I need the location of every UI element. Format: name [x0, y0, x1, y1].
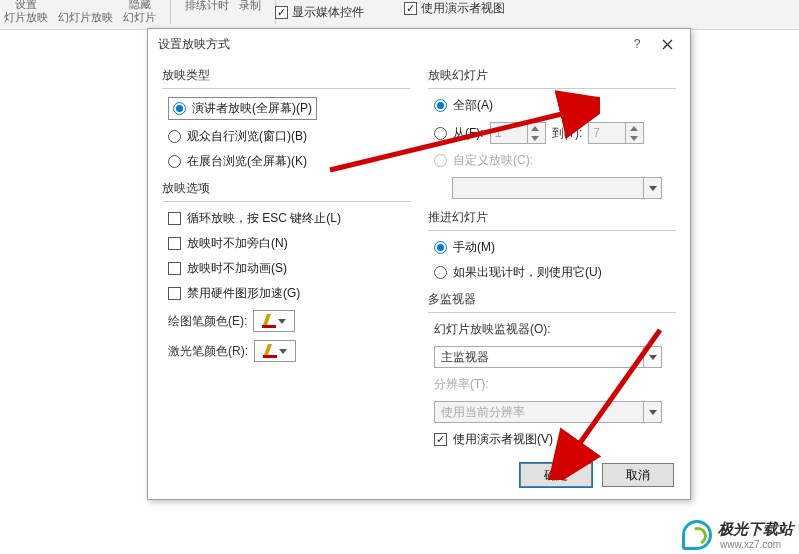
show-media-label: 显示媒体控件: [292, 4, 364, 21]
radio-kiosk[interactable]: 在展台浏览(全屏幕)(K): [168, 153, 410, 170]
help-button[interactable]: ?: [622, 30, 652, 58]
ribbon-item[interactable]: 隐藏: [129, 0, 151, 11]
radio-custom-label: 自定义放映(C):: [453, 152, 533, 169]
laser-color-picker[interactable]: [254, 340, 296, 362]
logo-icon: [682, 520, 712, 550]
presenter-view-label: 使用演示者视图: [421, 0, 505, 17]
show-media-checkbox[interactable]: [275, 6, 288, 19]
advance-title: 推进幻灯片: [428, 209, 676, 226]
from-input[interactable]: [491, 124, 527, 142]
resolution-select: 使用当前分辨率: [434, 401, 662, 423]
to-label: 到(T):: [552, 125, 583, 142]
setup-show-dialog: 设置放映方式 ? 放映类型 演讲者放映(全屏幕)(P) 观众自行浏览(窗口)(B…: [147, 28, 691, 500]
dialog-title: 设置放映方式: [156, 36, 622, 53]
watermark-url: www.xz7.com: [720, 539, 793, 550]
ribbon-item[interactable]: 排练计时: [185, 0, 229, 24]
radio-all-slides[interactable]: 全部(A): [434, 97, 676, 114]
radio-manual[interactable]: 手动(M): [434, 239, 676, 256]
from-spinner[interactable]: [490, 122, 546, 144]
radio-timings[interactable]: 如果出现计时，则使用它(U): [434, 264, 676, 281]
pen-color-label: 绘图笔颜色(E):: [168, 313, 247, 330]
check-presenter-view[interactable]: 使用演示者视图(V): [434, 431, 676, 448]
ribbon-item[interactable]: 录制: [239, 0, 261, 24]
check-no-narration[interactable]: 放映时不加旁白(N): [168, 235, 410, 252]
monitor-label: 幻灯片放映监视器(O):: [434, 321, 676, 338]
show-type-title: 放映类型: [162, 67, 410, 84]
custom-show-select: [452, 177, 662, 199]
to-spinner[interactable]: [588, 122, 644, 144]
chevron-down-icon: [643, 178, 661, 198]
radio-kiosk-label: 在展台浏览(全屏幕)(K): [187, 153, 307, 170]
pen-icon: [262, 314, 276, 328]
check-disable-hw[interactable]: 禁用硬件图形加速(G): [168, 285, 410, 302]
ribbon-item[interactable]: 灯片放映: [4, 11, 48, 24]
presenter-view-checkbox[interactable]: [404, 2, 417, 15]
monitor-value: 主监视器: [435, 349, 643, 366]
to-input[interactable]: [589, 124, 625, 142]
check-loop[interactable]: 循环放映，按 ESC 键终止(L): [168, 210, 410, 227]
radio-from[interactable]: 从(F):: [434, 125, 484, 142]
cancel-button[interactable]: 取消: [602, 463, 674, 487]
check-no-animation[interactable]: 放映时不加动画(S): [168, 260, 410, 277]
ok-button[interactable]: 确定: [520, 463, 592, 487]
show-slides-title: 放映幻灯片: [428, 67, 676, 84]
radio-manual-label: 手动(M): [453, 239, 495, 256]
radio-browsed-individual[interactable]: 观众自行浏览(窗口)(B): [168, 128, 410, 145]
radio-custom-show: 自定义放映(C):: [434, 152, 676, 169]
monitor-select[interactable]: 主监视器: [434, 346, 662, 368]
laser-color-label: 激光笔颜色(R):: [168, 343, 248, 360]
chevron-down-icon[interactable]: [643, 347, 661, 367]
radio-browsed-label: 观众自行浏览(窗口)(B): [187, 128, 307, 145]
pen-icon: [263, 344, 277, 358]
watermark: 极光下载站 www.xz7.com: [682, 520, 793, 550]
close-button[interactable]: [652, 30, 682, 58]
multi-monitor-title: 多监视器: [428, 291, 676, 308]
radio-timings-label: 如果出现计时，则使用它(U): [453, 264, 602, 281]
show-options-title: 放映选项: [162, 180, 410, 197]
watermark-name: 极光下载站: [718, 520, 793, 539]
chevron-down-icon: [643, 402, 661, 422]
ribbon-item[interactable]: 幻灯片: [123, 11, 156, 24]
radio-all-label: 全部(A): [453, 97, 493, 114]
ribbon-item[interactable]: 幻灯片放映: [58, 11, 113, 24]
pen-color-picker[interactable]: [253, 310, 295, 332]
ribbon-item[interactable]: 设置: [15, 0, 37, 11]
radio-presenter-label: 演讲者放映(全屏幕)(P): [192, 100, 312, 117]
resolution-value: 使用当前分辨率: [435, 404, 643, 421]
radio-presenter[interactable]: 演讲者放映(全屏幕)(P): [168, 97, 317, 120]
radio-from-label: 从(F):: [453, 125, 484, 142]
resolution-label: 分辨率(T):: [434, 376, 676, 393]
